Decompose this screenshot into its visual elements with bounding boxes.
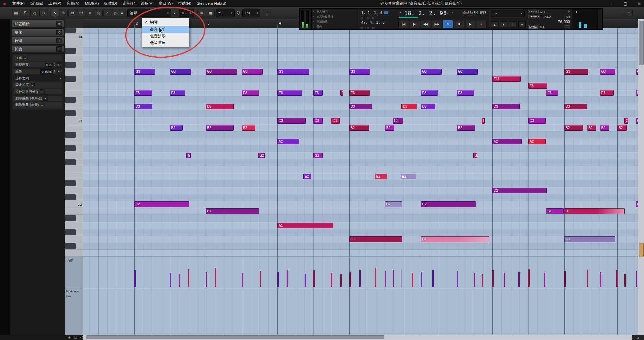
lane-splitter[interactable] [65,257,638,257]
note-grid[interactable]: G3G3G3G3G3G3G3G3G3G3G3F#3F3E3E3E3E3E3EE3… [83,28,638,257]
length-row-button[interactable]: ▸ [43,96,48,101]
maximize-button[interactable]: ▢ [624,1,627,6]
piano-key[interactable] [65,194,83,201]
velocity-bar[interactable] [206,272,207,287]
midi-note[interactable]: B2 [457,125,475,131]
ruler-measure-2[interactable]: 2 [136,21,138,25]
midi-note[interactable]: A2 [528,139,546,144]
length-row-value[interactable]: 0 Ticks [40,69,53,74]
menubar-item-3[interactable]: 音频(A) [64,1,82,5]
inspector-section-length[interactable]: 长度L [12,45,64,53]
insert-velocity-field[interactable]: 70 ⇅ [179,9,194,17]
velocity-bar[interactable] [215,268,216,287]
stop-button[interactable]: ■ [454,20,464,28]
velocity-bar[interactable] [331,273,332,287]
menubar-item-8[interactable]: 窗口(W) [156,1,175,5]
midi-note[interactable]: E2 [401,174,417,179]
velocity-bar[interactable] [305,274,306,287]
record-mode-2[interactable]: 保留历史 [312,19,359,24]
piano-key[interactable] [65,166,83,173]
midi-note[interactable]: G3 [564,69,588,75]
sync-row[interactable]: SYNC INT. [526,24,572,29]
inspector-section-icon[interactable]: Q [56,30,62,35]
velocity-bar[interactable] [277,272,279,287]
quantize-settings-button[interactable]: ⋮ [263,9,271,17]
length-row-between-selection[interactable]: 选择之间▾ [13,75,63,81]
midi-note[interactable]: B1 [206,208,259,214]
plus-icon[interactable]: + [399,11,401,14]
midi-note[interactable]: C2 [421,201,476,207]
piano-key[interactable] [65,54,83,61]
velocity-bar[interactable] [600,272,601,287]
quantize-dropdown[interactable]: 1/8 ▾ [242,9,260,17]
midi-note[interactable]: E2 [375,174,387,179]
vertical-scrollbar[interactable] [638,19,644,335]
piano-key[interactable] [65,89,83,96]
velocity-bar[interactable] [636,271,637,287]
midi-note[interactable]: G2 [313,153,323,158]
midi-note[interactable]: D3 [206,104,234,109]
midi-note[interactable]: C3 [393,118,403,124]
midi-note[interactable]: E3 [170,90,186,96]
rewind-button[interactable]: ◀◀ [421,20,431,28]
velocity-bar[interactable] [188,269,189,287]
piano-key[interactable] [65,159,83,166]
goto-start-button[interactable]: |◀ [398,20,409,28]
piano-key[interactable] [65,28,83,34]
midi-note[interactable]: C3 [313,118,323,124]
velocity-bar[interactable] [504,273,505,287]
midi-note[interactable]: B1 [564,208,625,214]
midi-note[interactable]: B2 [241,125,255,131]
midi-note[interactable]: A2 [277,139,299,144]
vertical-scrollbar-thumb[interactable] [639,21,644,65]
punch-in-chip[interactable] [384,11,388,14]
velocity-bar[interactable] [616,270,618,287]
transport-position[interactable]: 18. 2. 2. 98 [404,10,447,16]
piano-key[interactable] [65,61,83,68]
menubar-item-9[interactable]: 帮助(H) [175,1,194,5]
solo-button[interactable]: S [21,9,29,17]
midi-note[interactable]: E3 [600,90,614,96]
velocity-bar[interactable] [287,270,288,287]
piano-key[interactable] [65,131,83,138]
lane-setup-icon[interactable]: ▤ [74,335,77,339]
length-row-button[interactable]: ▸ [40,103,44,107]
midi-note[interactable]: G3 [421,69,442,75]
part-popup-item-0[interactable]: 钢琴✓ [142,19,189,26]
inspector-section-transpose[interactable]: 转调T [12,37,64,44]
velocity-bar[interactable] [587,270,588,287]
midi-note[interactable]: E3 [457,90,474,96]
velocity-bar[interactable] [313,270,315,287]
midi-note[interactable]: C [624,118,628,124]
velocity-bar[interactable] [482,274,483,287]
editor-setup-icon[interactable]: ▦ [12,9,20,17]
length-row-delete-overlaps-poly[interactable]: 删除重叠 (复音)▸ [13,102,63,108]
tempo-value-row[interactable]: 76.000 [526,19,572,24]
lane-splitter[interactable] [65,288,638,288]
velocity-bar[interactable] [564,271,566,287]
transport-small-button-3[interactable]: ▾ [518,21,526,28]
horizontal-scrollbar[interactable]: ◈ ▤ ◁ ◢ [0,335,644,340]
velocity-bar[interactable] [393,270,394,287]
piano-key[interactable] [65,75,83,82]
right-locator[interactable]: 47. 4. 1. 0 [361,19,397,25]
menubar-item-6[interactable]: 走带(T) [120,1,138,5]
velocity-bar[interactable] [474,273,475,287]
zoom-tool[interactable]: ◎ [95,9,103,17]
menubar-item-2[interactable]: 工程(P) [46,1,64,5]
velocity-bar[interactable] [421,272,422,287]
velocity-bar[interactable] [624,274,626,287]
midi-note[interactable]: G3 [241,69,263,75]
piano-key[interactable] [65,180,83,187]
midi-note[interactable]: G [186,153,191,158]
velocity-bar[interactable] [134,270,136,287]
play-button[interactable]: ▶ [465,20,475,28]
midi-note[interactable]: G3 [206,69,237,75]
velocity-bar[interactable] [349,272,351,287]
part-popup-item-3[interactable]: 低音弦乐 [142,39,189,46]
chevron-down-icon[interactable]: ▾ [452,11,453,14]
midi-note[interactable]: C3 [528,118,546,124]
inspector-section-icon[interactable]: T [56,38,62,43]
midi-note[interactable]: G3 [349,69,370,75]
piano-key[interactable] [65,110,83,117]
